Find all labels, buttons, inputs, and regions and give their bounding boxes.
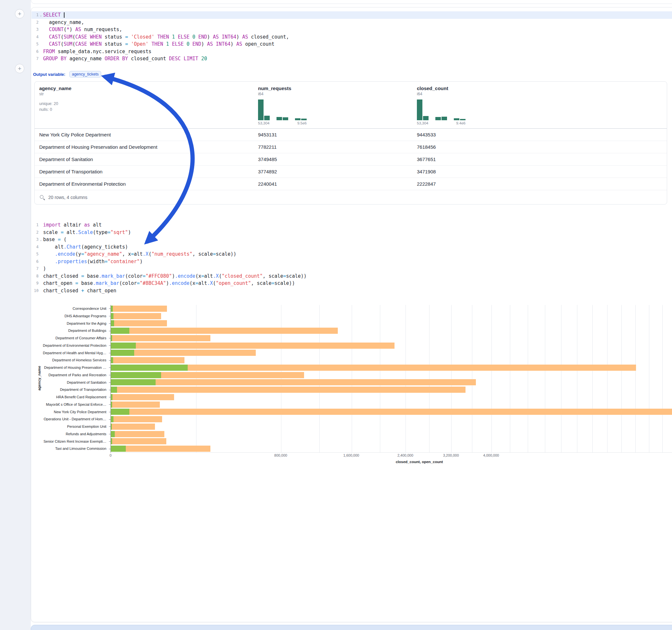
add-cell-button-top[interactable]: +: [15, 9, 24, 19]
table-cell: 9453131: [254, 132, 412, 138]
code-token: status: [102, 41, 125, 47]
add-cell-button-middle[interactable]: +: [15, 64, 24, 73]
code-token: CAST: [49, 34, 61, 40]
table-footer-text: 20 rows, 4 columns: [48, 195, 88, 200]
x-axis-tick-label: 4,000,000: [483, 453, 499, 457]
fold-chevron-icon[interactable]: ⌄: [39, 238, 43, 241]
column-stat: nulls: 0: [39, 106, 254, 113]
bar-closed_count: [111, 379, 476, 385]
code-line[interactable]: 3 COUNT(*) AS num_requests,: [31, 26, 672, 33]
y-axis-label: Department of Buildings: [31, 327, 109, 335]
code-line[interactable]: 2scale = alt.Scale(type="sqrt"): [31, 229, 672, 236]
search-icon[interactable]: [40, 195, 45, 200]
code-text: COUNT(*) AS num_requests,: [43, 27, 672, 32]
code-line[interactable]: 5 CAST(SUM(CASE WHEN status = 'Open' THE…: [31, 41, 672, 48]
code-line[interactable]: 9chart_open = base.mark_bar(color="#8BC3…: [31, 280, 672, 287]
code-line[interactable]: 3⌄base = (: [31, 236, 672, 243]
gridline: [577, 305, 577, 453]
code-token: (x: [190, 280, 195, 286]
code-token: alt: [204, 273, 213, 279]
code-token: [87, 41, 90, 47]
y-axis-label: Department of Housing Preservation …: [31, 364, 109, 371]
code-token: (x: [195, 273, 201, 279]
code-line[interactable]: 1import altair as alt: [31, 221, 672, 229]
code-token: (: [213, 280, 216, 286]
table-cell: 3677651: [412, 156, 667, 162]
python-code-editor[interactable]: 1import altair as alt2scale = alt.Scale(…: [31, 221, 672, 294]
code-token: ): [43, 266, 46, 272]
code-token: =: [105, 259, 107, 264]
code-line[interactable]: 2 agency_name,: [31, 19, 672, 26]
bar-closed_count: [111, 320, 167, 326]
code-token: 'Closed': [131, 34, 154, 40]
code-token: WHEN: [90, 34, 102, 40]
code-line[interactable]: 5 .encode(y="agency_name", x=alt.X("num_…: [31, 250, 672, 258]
code-token: COUNT: [49, 27, 64, 32]
line-number: 2: [31, 230, 39, 235]
code-token: .Chart: [64, 244, 81, 250]
code-line[interactable]: 7GROUP BY agency_name ORDER BY closed_co…: [31, 55, 672, 63]
code-token: ): [166, 280, 169, 286]
gridline: [649, 305, 649, 453]
sql-code-editor[interactable]: 1⌄SELECT 2 agency_name,3 COUNT(*) AS num…: [31, 11, 672, 63]
y-axis-label: Personal Exemption Unit: [31, 423, 109, 430]
code-token: FROM: [43, 49, 55, 54]
code-token: AS: [213, 34, 219, 40]
code-token: as: [84, 222, 90, 228]
gridline: [545, 305, 545, 453]
code-token: "agency_name": [84, 251, 122, 257]
code-token: (: [72, 41, 75, 47]
y-axis-label: Correspondence Unit: [31, 305, 109, 312]
bar-open_count: [111, 372, 161, 378]
code-line[interactable]: 8chart_closed = base.mark_bar(color="#FF…: [31, 272, 672, 280]
code-line[interactable]: 7): [31, 265, 672, 272]
output-variable-label: Output variable:: [33, 72, 66, 77]
histogram-range-labels: 53,3049.5e6: [258, 121, 307, 125]
code-token: [195, 34, 198, 40]
code-token: "closed_count": [222, 273, 263, 279]
output-variable-chip[interactable]: agency_tickets: [69, 71, 101, 77]
code-token: , scale: [193, 251, 213, 257]
code-line[interactable]: 4 CAST(SUM(CASE WHEN status = 'Closed' T…: [31, 33, 672, 41]
code-line[interactable]: 6 .properties(width="container"): [31, 258, 672, 265]
column-name: num_requests: [258, 86, 412, 91]
line-number: 3: [31, 27, 39, 32]
code-line[interactable]: 6FROM sample_data.nyc.service_requests: [31, 48, 672, 55]
bar-row: [111, 416, 672, 422]
bar-closed_count: [111, 387, 465, 393]
code-token: scale: [43, 229, 61, 235]
fold-chevron-icon[interactable]: ⌄: [39, 13, 43, 17]
y-axis-label: Department of Parks and Recreation: [31, 371, 109, 379]
line-number: 2: [31, 20, 39, 25]
output-variable-row: Output variable: agency_tickets: [33, 71, 101, 77]
y-axis-label: Department of Health and Mental Hyg…: [31, 349, 109, 357]
column-dtype: i64: [258, 92, 412, 96]
column-header: num_requestsi6453,3049.5e6: [254, 86, 412, 125]
code-token: chart_closed: [43, 288, 81, 294]
code-token: alt: [90, 222, 102, 228]
code-token: , scale: [263, 273, 283, 279]
x-axis-tick-label: 0: [110, 453, 112, 457]
code-line[interactable]: 10chart_closed + chart_open: [31, 287, 672, 295]
line-number: 7: [31, 266, 39, 271]
code-token: INT64: [222, 34, 236, 40]
code-token: "container": [107, 259, 140, 264]
gridline: [196, 305, 196, 453]
bar-open_count: [111, 365, 188, 371]
code-line[interactable]: 4 alt.Chart(agency_tickets): [31, 243, 672, 251]
bar-open_count: [111, 379, 155, 385]
code-line[interactable]: 1⌄SELECT: [31, 11, 672, 19]
code-token: AS: [236, 41, 242, 47]
notebook-cell-card: 1⌄SELECT 2 agency_name,3 COUNT(*) AS num…: [31, 7, 672, 622]
x-axis-tick-label: 1,600,000: [343, 453, 359, 457]
column-name: closed_count: [417, 86, 667, 91]
gridline: [429, 305, 430, 453]
histogram-min-label: 53,304: [258, 121, 269, 125]
code-token: CAST: [49, 41, 61, 47]
gridline: [528, 305, 528, 453]
code-token: 1: [166, 41, 169, 47]
column-stat: unique: 20: [39, 101, 254, 106]
bar-row: [111, 423, 672, 430]
code-token: .encode: [175, 273, 195, 279]
code-token: [190, 34, 193, 40]
